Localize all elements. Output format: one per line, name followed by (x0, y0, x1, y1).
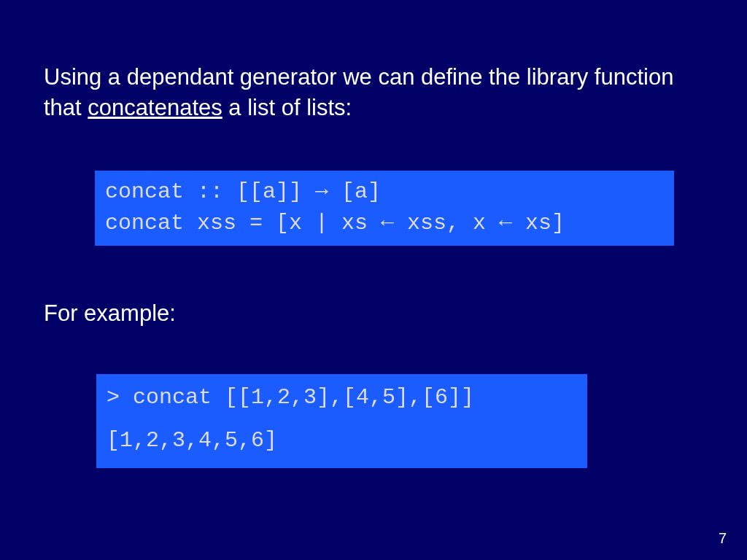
definition-line-2: concat xss = [x | xs ← xss, x ← xs] (105, 208, 664, 240)
page-number: 7 (719, 530, 727, 547)
definition-line-1: concat :: [[a]] → [a] (105, 176, 664, 209)
slide: Using a dependant generator we can defin… (0, 0, 747, 560)
example-gap (107, 411, 577, 427)
definition-code-box: concat :: [[a]] → [a] concat xss = [x | … (95, 171, 674, 246)
example-output: [1,2,3,4,5,6] (107, 427, 577, 455)
example-input: > concat [[1,2,3],[4,5],[6]] (107, 384, 577, 412)
for-example-label: For example: (44, 300, 703, 327)
intro-text: Using a dependant generator we can defin… (44, 62, 703, 123)
intro-part2: a list of lists: (222, 95, 352, 120)
example-code-box: > concat [[1,2,3],[4,5],[6]] [1,2,3,4,5,… (96, 374, 587, 468)
intro-underlined: concatenates (88, 95, 222, 120)
